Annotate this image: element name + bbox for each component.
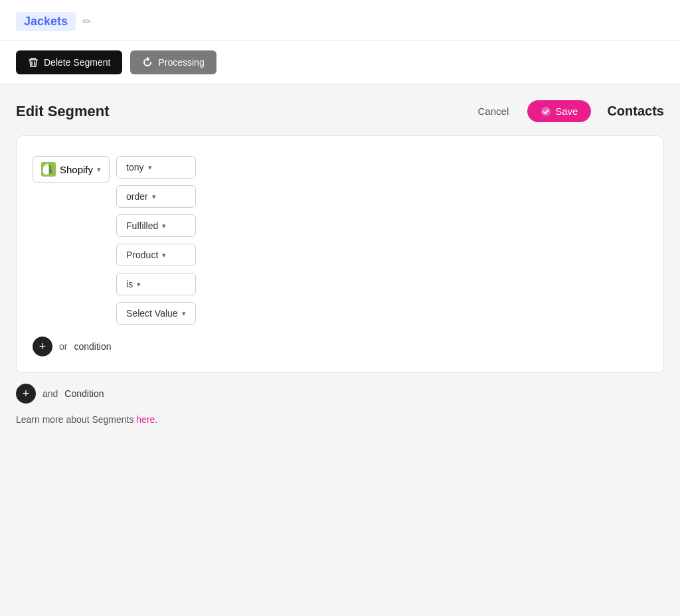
delete-segment-button[interactable]: Delete Segment [16,50,122,74]
and-condition-row: + and Condition [16,384,664,404]
shopify-source-dropdown[interactable]: Shopify ▾ [33,156,110,183]
product-chevron-icon: ▾ [162,251,166,260]
check-icon [541,106,551,117]
select-value-chevron-icon: ▾ [182,309,186,318]
product-dropdown[interactable]: Product ▾ [116,244,196,266]
toolbar: Delete Segment Processing [0,41,680,84]
tony-chevron-icon: ▾ [148,163,152,172]
is-chevron-icon: ▾ [137,280,141,289]
footer-period: . [155,414,157,425]
learn-more-link[interactable]: here [136,414,155,425]
condition-row: Shopify ▾ tony ▾ order ▾ Fulfilled ▾ [33,156,647,325]
edit-title-icon[interactable]: ✏ [82,15,91,28]
order-dropdown[interactable]: order ▾ [116,185,196,208]
add-and-condition-button[interactable]: + [16,384,36,404]
or-connector-label: or [59,341,67,352]
and-connector-label: and [42,388,58,399]
tony-dropdown[interactable]: tony ▾ [116,156,196,179]
or-condition-text: condition [74,341,111,352]
conditions-chain: tony ▾ order ▾ Fulfilled ▾ Product ▾ is [116,156,196,325]
processing-button[interactable]: Processing [130,50,216,74]
add-or-condition-button[interactable]: + [33,337,52,356]
edit-segment-title: Edit Segment [16,103,110,120]
header-actions: Cancel Save Contacts [470,100,664,122]
learn-more-text: Learn more about Segments [16,414,136,425]
is-dropdown[interactable]: is ▾ [116,273,196,295]
segment-title: Jackets [16,12,76,31]
and-condition-text: Condition [64,388,104,399]
learn-more-section: Learn more about Segments here. [16,414,664,425]
save-button[interactable]: Save [527,100,591,122]
fulfilled-dropdown[interactable]: Fulfilled ▾ [116,214,196,237]
order-chevron-icon: ▾ [152,193,156,201]
select-value-dropdown[interactable]: Select Value ▾ [116,302,196,325]
shopify-icon [41,162,56,177]
shopify-chevron-icon: ▾ [97,165,101,174]
or-condition-row: + or condition [33,337,647,356]
contacts-label: Contacts [607,104,664,119]
fulfilled-chevron-icon: ▾ [162,222,166,230]
svg-point-0 [541,107,551,116]
edit-header-row: Edit Segment Cancel Save Contacts [16,100,664,122]
refresh-icon [142,57,153,68]
cancel-button[interactable]: Cancel [470,102,517,121]
page-header: Jackets ✏ [0,0,680,41]
trash-icon [28,57,39,68]
condition-box: Shopify ▾ tony ▾ order ▾ Fulfilled ▾ [16,135,664,373]
main-content: Edit Segment Cancel Save Contacts [0,84,680,441]
